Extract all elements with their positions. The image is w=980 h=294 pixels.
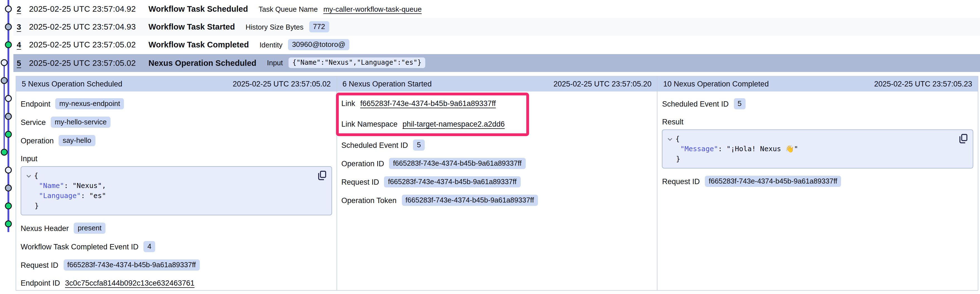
json-key: "Name" [39, 181, 64, 190]
event-row[interactable]: 32025-02-25 UTC 23:57:04.93Workflow Task… [13, 18, 980, 36]
event-row[interactable]: 42025-02-25 UTC 23:57:05.02Workflow Task… [13, 36, 980, 54]
detail-field: Linkf665283f-743e-4374-b45b-9a61a89337ff [341, 98, 652, 109]
event-name: Workflow Task Started [148, 22, 235, 32]
timeline-dot-completed[interactable] [5, 221, 11, 227]
panel-header: 5 Nexus Operation Scheduled2025-02-25 UT… [16, 76, 336, 92]
detail-field: Operation Tokenf665283f-743e-4374-b45b-9… [341, 195, 652, 206]
detail-field: Request IDf665283f-743e-4374-b45b-9a61a8… [341, 176, 652, 188]
temporal-event-history-screen: 22025-02-25 UTC 23:57:04.92Workflow Task… [0, 0, 980, 294]
attribute-label: Scheduled Event ID [341, 141, 408, 149]
timeline-dot-started[interactable] [5, 24, 11, 30]
collapse-chevron-icon[interactable] [26, 171, 31, 181]
json-line: } [26, 201, 315, 211]
timeline-dot-started[interactable] [5, 113, 11, 119]
attribute-label: Request ID [21, 261, 58, 269]
json-text: : "¡Hola! Nexus 👋" [718, 145, 798, 153]
attribute-value-badge: {"Name":"Nexus","Language":"es"} [288, 57, 425, 68]
timeline-dot-completed[interactable] [5, 42, 11, 48]
event-row[interactable]: 22025-02-25 UTC 23:57:04.92Workflow Task… [13, 0, 980, 18]
panel-timestamp: 2025-02-25 UTC 23:57:05.20 [554, 80, 651, 88]
copy-icon [318, 171, 326, 180]
attribute-value-badge: my-hello-service [51, 117, 110, 128]
collapse-chevron-icon[interactable] [668, 134, 673, 144]
detail-field: Scheduled Event ID5 [662, 98, 973, 109]
timeline-dot-scheduled[interactable] [5, 95, 11, 102]
attribute-label: Workflow Task Completed Event ID [21, 242, 138, 251]
detail-field: Operation IDf665283f-743e-4374-b45b-9a61… [341, 158, 652, 169]
attribute-value-link[interactable]: 3c0c75ccfa8144b092c13ce632463761 [65, 279, 194, 287]
json-text [26, 181, 39, 190]
attribute-value-link[interactable]: my-caller-workflow-task-queue [323, 5, 422, 13]
detail-field: Nexus Headerpresent [21, 222, 332, 234]
attribute-value-badge: f665283f-743e-4374-b45b-9a61a89337ff [384, 176, 520, 188]
attribute-label: Identity [259, 41, 283, 49]
event-timestamp: 2025-02-25 UTC 23:57:04.93 [29, 22, 148, 32]
json-line: { [668, 134, 956, 144]
attribute-value-link[interactable]: f665283f-743e-4374-b45b-9a61a89337ff [360, 99, 496, 108]
event-number-link[interactable]: 4 [17, 40, 29, 49]
event-number-link[interactable]: 3 [17, 22, 29, 32]
attribute-label: Request ID [341, 178, 379, 186]
timeline-dot-completed[interactable] [5, 203, 11, 209]
attribute-label: History Size Bytes [245, 23, 304, 31]
panel-timestamp: 2025-02-25 UTC 23:57:05.23 [874, 80, 972, 88]
detail-field: Input [21, 153, 332, 164]
json-text [668, 145, 680, 153]
attribute-value-badge: 772 [309, 21, 329, 33]
panel-body: Scheduled Event ID5Result{ "Message": "¡… [658, 92, 978, 187]
detail-field: Endpointmy-nexus-endpoint [21, 98, 332, 109]
event-name: Workflow Task Scheduled [148, 5, 248, 13]
json-text: : "es" [81, 191, 106, 200]
event-timestamp: 2025-02-25 UTC 23:57:04.92 [29, 5, 148, 13]
copy-button[interactable] [318, 171, 326, 180]
event-number-link[interactable]: 5 [17, 58, 29, 67]
detail-field: Endpoint ID3c0c75ccfa8144b092c13ce632463… [21, 278, 332, 288]
attribute-value-badge: f665283f-743e-4374-b45b-9a61a89337ff [389, 158, 525, 169]
attribute-label: Endpoint [21, 100, 51, 108]
attribute-value-badge: present [74, 222, 105, 234]
json-key: "Message" [680, 145, 718, 153]
timeline-dot-scheduled[interactable] [5, 167, 11, 173]
event-detail-panels: 5 Nexus Operation Scheduled2025-02-25 UT… [16, 76, 978, 291]
attribute-value-badge: say-hello [59, 135, 95, 146]
json-line: } [668, 154, 956, 164]
attribute-label: Result [662, 118, 684, 126]
attribute-label: Operation ID [341, 159, 384, 168]
event-row[interactable]: 52025-02-25 UTC 23:57:05.02Nexus Operati… [13, 54, 980, 72]
timeline-dot-completed[interactable] [5, 131, 11, 138]
detail-field: Servicemy-hello-service [21, 117, 332, 128]
attribute-value-badge: 4 [143, 241, 155, 252]
json-viewer: { "Name": "Nexus", "Language": "es" } [21, 166, 332, 215]
timeline-dot-scheduled[interactable] [1, 60, 7, 66]
detail-field: Result [662, 117, 973, 127]
attribute-label: Task Queue Name [259, 5, 318, 13]
timeline-dot-started[interactable] [5, 185, 11, 191]
json-line: "Language": "es" [26, 191, 315, 201]
event-name: Nexus Operation Scheduled [148, 58, 256, 67]
attribute-value-badge: f665283f-743e-4374-b45b-9a61a89337ff [705, 176, 841, 187]
detail-field: Request IDf665283f-743e-4374-b45b-9a61a8… [21, 259, 332, 270]
timeline-dot-scheduled[interactable] [5, 6, 11, 12]
attribute-value-link[interactable]: phil-target-namespace2.a2dd6 [402, 120, 504, 128]
panel-title: 5 Nexus Operation Scheduled [22, 80, 122, 88]
event-number-link[interactable]: 2 [17, 5, 29, 13]
detail-field: Link Namespacephil-target-namespace2.a2d… [341, 119, 652, 129]
timeline-dot-completed[interactable] [1, 149, 7, 156]
attribute-label: Scheduled Event ID [662, 100, 729, 108]
event-timestamp: 2025-02-25 UTC 23:57:05.02 [29, 58, 148, 67]
copy-button[interactable] [959, 134, 968, 143]
json-line: "Message": "¡Hola! Nexus 👋" [668, 144, 956, 154]
timeline-dot-started[interactable] [1, 78, 7, 84]
attribute-label: Endpoint ID [21, 279, 60, 287]
panel-timestamp: 2025-02-25 UTC 23:57:05.02 [233, 80, 331, 88]
attribute-label: Input [267, 59, 283, 67]
json-line: "Name": "Nexus", [26, 181, 315, 191]
event-timestamp: 2025-02-25 UTC 23:57:05.02 [29, 40, 148, 49]
attribute-label: Service [21, 118, 46, 126]
detail-field: Request IDf665283f-743e-4374-b45b-9a61a8… [662, 176, 973, 187]
attribute-value-badge: my-nexus-endpoint [56, 98, 124, 109]
attribute-value-badge: f665283f-743e-4374-b45b-9a61a89337ff [401, 195, 538, 206]
event-name: Workflow Task Completed [148, 40, 249, 49]
attribute-label: Nexus Header [21, 224, 69, 232]
attribute-label: Link [341, 99, 355, 108]
